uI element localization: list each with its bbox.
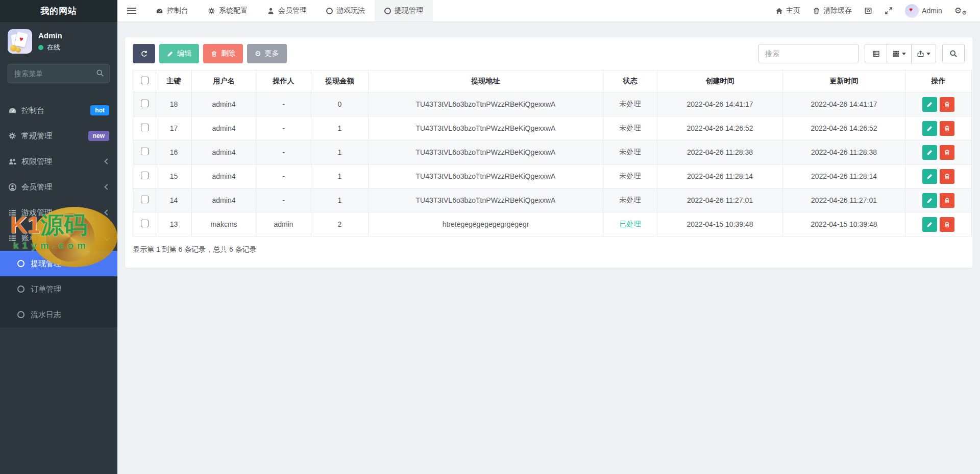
cell-amount: 2 xyxy=(311,212,369,236)
row-checkbox[interactable] xyxy=(141,220,149,227)
row-checkbox[interactable] xyxy=(141,124,149,131)
row-delete-button[interactable] xyxy=(940,193,954,208)
column-header-username: 用户名 xyxy=(192,70,256,92)
row-delete-button[interactable] xyxy=(940,97,954,112)
cell-operator: - xyxy=(256,92,311,116)
column-header-id: 主键 xyxy=(156,70,192,92)
tab-members[interactable]: 会员管理 xyxy=(257,0,316,21)
cogs-icon: ⚙ xyxy=(962,10,967,16)
row-checkbox[interactable] xyxy=(141,196,149,203)
gear-icon: ⚙ xyxy=(255,50,261,57)
row-checkbox[interactable] xyxy=(141,148,149,155)
tab-label: 会员管理 xyxy=(278,6,307,15)
docs-icon xyxy=(864,7,872,15)
pencil-icon xyxy=(167,51,174,57)
sidebar-item-dashboard[interactable]: 控制台 hot xyxy=(0,98,117,123)
delete-button[interactable]: 删除 xyxy=(203,44,243,63)
sidebar-item-games[interactable]: 游戏管理 xyxy=(0,200,117,225)
row-checkbox[interactable] xyxy=(141,100,149,107)
user-menu[interactable]: ♥ Admin xyxy=(905,4,942,18)
user-circle-icon xyxy=(8,183,21,192)
cell-username: makcms xyxy=(192,212,256,236)
row-edit-button[interactable] xyxy=(922,121,937,136)
trash-icon xyxy=(944,125,950,132)
sidebar-item-label: 订单管理 xyxy=(31,285,61,294)
cell-username: admin4 xyxy=(192,140,256,164)
row-checkbox[interactable] xyxy=(141,172,149,179)
tab-system-config[interactable]: 系统配置 xyxy=(198,0,257,21)
edit-button[interactable]: 编辑 xyxy=(159,44,199,63)
status-badge: 未处理 xyxy=(620,124,641,132)
cell-amount: 0 xyxy=(311,92,369,116)
fullscreen-button[interactable] xyxy=(885,7,893,15)
sidebar-item-bills[interactable]: 账单管理 xyxy=(0,225,117,251)
row-edit-button[interactable] xyxy=(922,97,937,112)
settings-button[interactable]: ⚙⚙ xyxy=(954,6,967,16)
status-badge: 未处理 xyxy=(620,196,641,204)
sidebar-item-flowlog[interactable]: 流水日志 xyxy=(0,302,117,327)
cell-username: admin4 xyxy=(192,92,256,116)
pencil-icon xyxy=(926,221,933,228)
docs-button[interactable] xyxy=(864,7,872,15)
cell-id: 14 xyxy=(156,188,192,212)
search-button[interactable] xyxy=(942,44,965,63)
home-link[interactable]: 主页 xyxy=(775,6,800,15)
pencil-icon xyxy=(926,197,933,204)
select-all-checkbox[interactable] xyxy=(141,77,149,84)
table-search-input[interactable] xyxy=(758,44,859,63)
cell-operator: - xyxy=(256,164,311,188)
sidebar-item-general[interactable]: 常规管理 new xyxy=(0,123,117,149)
tab-dashboard[interactable]: 控制台 xyxy=(146,0,198,21)
export-button[interactable] xyxy=(911,44,936,63)
table-row: 18 admin4 - 0 TU43T3tVL6o3bzoTtnPWzzRBeK… xyxy=(133,92,972,116)
delete-label: 删除 xyxy=(221,49,235,58)
table-row: 16 admin4 - 1 TU43T3tVL6o3bzoTtnPWzzRBeK… xyxy=(133,140,972,164)
trash-icon xyxy=(211,51,217,57)
sidebar-item-label: 会员管理 xyxy=(21,182,52,192)
row-delete-button[interactable] xyxy=(940,145,954,160)
cell-created: 2022-04-26 14:41:17 xyxy=(657,92,783,116)
menu-search-input[interactable] xyxy=(8,64,110,83)
cell-operator: - xyxy=(256,140,311,164)
circle-icon xyxy=(17,311,24,318)
column-header-status: 状态 xyxy=(603,70,657,92)
cogs-icon: ⚙ xyxy=(954,7,962,15)
table-header-row: 主键 用户名 操作人 提现金额 提现地址 状态 创建时间 更新时间 操作 xyxy=(133,70,972,92)
cell-address: TU43T3tVL6o3bzoTtnPWzzRBeKiQgexxwA xyxy=(369,140,603,164)
sidebar-item-label: 控制台 xyxy=(21,106,44,115)
app-window: 我的网站 ♦♥ Admin 在线 控制台 hot xyxy=(0,0,980,474)
cell-created: 2022-04-15 10:39:48 xyxy=(657,212,783,236)
hot-badge: hot xyxy=(90,105,109,115)
row-delete-button[interactable] xyxy=(940,217,954,232)
row-edit-button[interactable] xyxy=(922,193,937,208)
sidebar-item-orders[interactable]: 订单管理 xyxy=(0,276,117,302)
cell-username: admin4 xyxy=(192,188,256,212)
cell-username: admin4 xyxy=(192,164,256,188)
cell-created: 2022-04-26 11:27:01 xyxy=(657,188,783,212)
cell-created: 2022-04-26 11:28:38 xyxy=(657,140,783,164)
sidebar-item-auth[interactable]: 权限管理 xyxy=(0,149,117,174)
grid-icon xyxy=(892,50,900,58)
row-delete-button[interactable] xyxy=(940,121,954,136)
pencil-icon xyxy=(926,125,933,132)
more-button[interactable]: ⚙ 更多 xyxy=(247,44,287,63)
row-delete-button[interactable] xyxy=(940,169,954,184)
tab-withdraw[interactable]: 提现管理 xyxy=(375,0,433,21)
sidebar-item-members[interactable]: 会员管理 xyxy=(0,174,117,200)
chevron-left-icon xyxy=(104,158,110,164)
columns-button[interactable] xyxy=(887,44,912,63)
row-edit-button[interactable] xyxy=(922,217,937,232)
sidebar-item-withdraw[interactable]: 提现管理 xyxy=(0,251,117,276)
column-header-operator: 操作人 xyxy=(256,70,311,92)
row-edit-button[interactable] xyxy=(922,169,937,184)
users-icon xyxy=(8,157,21,166)
clear-cache-link[interactable]: 清除缓存 xyxy=(813,6,852,15)
refresh-button[interactable] xyxy=(133,44,155,63)
row-edit-button[interactable] xyxy=(922,145,937,160)
user-icon xyxy=(267,7,275,15)
list-icon xyxy=(8,234,21,243)
toggle-view-button[interactable] xyxy=(865,44,887,63)
user-status-label: 在线 xyxy=(47,43,60,52)
tab-gameplay[interactable]: 游戏玩法 xyxy=(316,0,375,21)
hamburger-menu-icon[interactable] xyxy=(117,0,146,21)
